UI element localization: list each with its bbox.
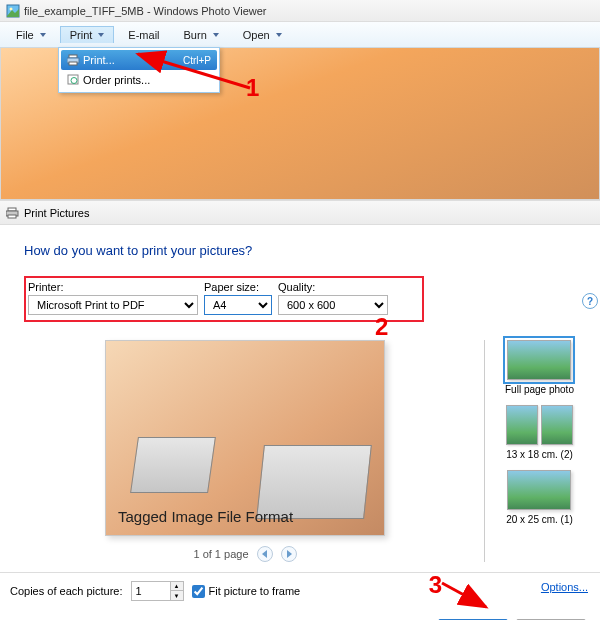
window-title: file_example_TIFF_5MB - Windows Photo Vi…: [24, 5, 267, 17]
quality-label: Quality:: [278, 281, 388, 293]
caret-down-icon: [40, 33, 46, 37]
layout-list[interactable]: Full page photo 13 x 18 cm. (2) 20 x 25 …: [484, 340, 582, 562]
fit-frame-checkbox[interactable]: Fit picture to frame: [192, 585, 301, 598]
menu-print[interactable]: Print: [60, 26, 115, 43]
dialog-question: How do you want to print your pictures?: [24, 243, 582, 258]
copies-label: Copies of each picture:: [10, 585, 123, 597]
dialog-footer: Copies of each picture: ▲ ▼ Fit picture …: [0, 572, 600, 611]
caret-down-icon: [98, 33, 104, 37]
prev-page-button[interactable]: [257, 546, 273, 562]
preview-area: Tagged Image File Format 1 of 1 page: [24, 340, 466, 562]
printer-settings-row: Printer: Microsoft Print to PDF Paper si…: [24, 276, 424, 322]
layout-full-page[interactable]: Full page photo: [505, 340, 574, 395]
printer-icon: [6, 206, 20, 220]
help-icon[interactable]: ?: [582, 293, 598, 309]
printer-icon: [65, 52, 83, 68]
fit-frame-input[interactable]: [192, 585, 205, 598]
annotation-2: 2: [375, 313, 388, 341]
layout-thumb: [507, 470, 571, 510]
preview-laptop: [130, 437, 216, 493]
layout-thumb: [507, 340, 571, 380]
printer-select[interactable]: Microsoft Print to PDF: [28, 295, 198, 315]
app-icon: [6, 4, 20, 18]
dialog-title: Print Pictures: [24, 207, 89, 219]
options-link[interactable]: Options...: [541, 581, 588, 593]
print-dialog: Print Pictures How do you want to print …: [0, 200, 600, 620]
menu-file[interactable]: File: [6, 26, 56, 44]
svg-rect-4: [69, 62, 77, 65]
annotation-arrow-3: [438, 579, 494, 613]
copies-down[interactable]: ▼: [171, 591, 183, 600]
preview-page: Tagged Image File Format: [105, 340, 385, 536]
svg-line-7: [138, 54, 250, 88]
annotation-1: 1: [246, 74, 259, 102]
order-prints-icon: [65, 72, 83, 88]
layout-13x18[interactable]: 13 x 18 cm. (2): [506, 405, 574, 460]
paper-label: Paper size:: [204, 281, 272, 293]
paper-select[interactable]: A4: [204, 295, 272, 315]
menubar: File Print E-mail Burn Open: [0, 22, 600, 48]
copies-input[interactable]: [132, 582, 170, 600]
quality-select[interactable]: 600 x 600: [278, 295, 388, 315]
next-page-button[interactable]: [281, 546, 297, 562]
titlebar: file_example_TIFF_5MB - Windows Photo Vi…: [0, 0, 600, 22]
svg-rect-10: [8, 215, 16, 218]
caret-down-icon: [276, 33, 282, 37]
preview-caption: Tagged Image File Format: [106, 498, 384, 535]
action-row: Print Cancel: [0, 611, 600, 620]
copies-spinner[interactable]: ▲ ▼: [131, 581, 184, 601]
layout-thumb: [506, 405, 574, 445]
layout-20x25[interactable]: 20 x 25 cm. (1): [506, 470, 573, 525]
copies-up[interactable]: ▲: [171, 582, 183, 591]
annotation-3: 3: [429, 571, 442, 599]
photo-viewer-window: file_example_TIFF_5MB - Windows Photo Vi…: [0, 0, 600, 200]
svg-line-11: [442, 583, 486, 607]
page-indicator: 1 of 1 page: [193, 548, 248, 560]
dialog-titlebar: Print Pictures: [0, 201, 600, 225]
printer-label: Printer:: [28, 281, 198, 293]
annotation-arrow-1: [128, 36, 258, 96]
